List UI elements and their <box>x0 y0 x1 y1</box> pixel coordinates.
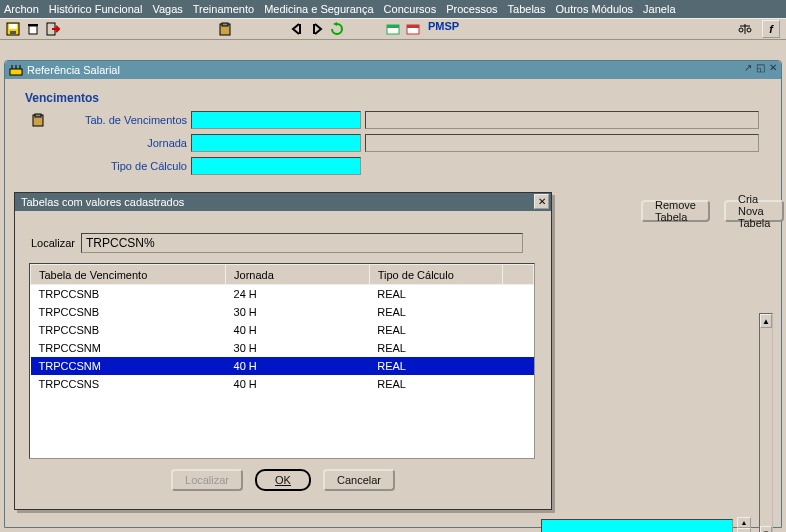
svg-rect-2 <box>10 31 16 34</box>
cell-tab: TRPCCSNM <box>31 339 226 357</box>
cell-jornada: 40 H <box>226 321 370 339</box>
remove-tabela-button[interactable]: Remove Tabela <box>641 200 710 222</box>
balance-icon[interactable] <box>736 20 754 38</box>
forward-icon[interactable] <box>308 20 326 38</box>
svg-rect-18 <box>10 69 22 75</box>
menu-processos[interactable]: Processos <box>446 3 497 15</box>
table-row[interactable]: TRPCCSNS40 HREAL <box>31 375 534 393</box>
col-jornada[interactable]: Jornada <box>226 265 370 285</box>
cell-jornada: 30 H <box>226 339 370 357</box>
modal-dialog: Tabelas com valores cadastrados ✕ Locali… <box>14 192 552 510</box>
back-icon[interactable] <box>288 20 306 38</box>
menu-tabelas[interactable]: Tabelas <box>508 3 546 15</box>
close-icon[interactable]: ✕ <box>534 194 549 209</box>
toolbar-label-pmsp: PMSP <box>428 20 459 38</box>
menu-concursos[interactable]: Concursos <box>384 3 437 15</box>
cancelar-button[interactable]: Cancelar <box>323 469 395 491</box>
toolbar: PMSP f <box>0 18 786 40</box>
ok-label: OK <box>275 474 291 486</box>
refresh-icon[interactable] <box>328 20 346 38</box>
svg-rect-3 <box>29 26 37 34</box>
save-icon[interactable] <box>4 20 22 38</box>
dialog-title-text: Tabelas com valores cadastrados <box>21 196 184 208</box>
cell-jornada: 24 H <box>226 285 370 303</box>
label-jornada: Jornada <box>19 137 191 149</box>
cell-tipo: REAL <box>369 285 502 303</box>
stepper-down-icon[interactable]: ▼ <box>737 528 751 532</box>
cell-tipo: REAL <box>369 375 502 393</box>
trash-icon[interactable] <box>24 20 42 38</box>
label-tipo: Tipo de Cálculo <box>19 160 191 172</box>
tab-vencimentos-input[interactable] <box>191 111 361 129</box>
svg-rect-13 <box>407 25 419 28</box>
find-label: Localizar <box>25 237 81 249</box>
app2-icon[interactable] <box>404 20 422 38</box>
svg-rect-1 <box>9 24 17 29</box>
cell-jornada: 40 H <box>226 375 370 393</box>
cell-jornada: 30 H <box>226 303 370 321</box>
find-input[interactable] <box>81 233 523 253</box>
menu-archon[interactable]: Archon <box>4 3 39 15</box>
cell-tipo: REAL <box>369 303 502 321</box>
scrollbar[interactable]: ▲ ▼ <box>759 313 773 532</box>
inner-window-title: Referência Salarial ↗ ◱ ✕ <box>5 61 781 79</box>
col-spacer <box>503 265 534 285</box>
dialog-title: Tabelas com valores cadastrados ✕ <box>15 193 551 211</box>
app1-icon[interactable] <box>384 20 402 38</box>
menu-outros[interactable]: Outros Módulos <box>555 3 633 15</box>
cell-tab: TRPCCSNB <box>31 321 226 339</box>
results-grid[interactable]: Tabela de Vencimento Jornada Tipo de Cál… <box>29 263 535 459</box>
stepper-up-icon[interactable]: ▲ <box>737 517 751 528</box>
menubar: Archon Histórico Funcional Vagas Treinam… <box>0 0 786 18</box>
label-tab: Tab. de Vencimentos <box>47 114 191 126</box>
svg-point-16 <box>739 28 743 32</box>
table-row[interactable]: TRPCCSNM30 HREAL <box>31 339 534 357</box>
localizar-button[interactable]: Localizar <box>171 469 243 491</box>
table-row[interactable]: TRPCCSNB24 HREAL <box>31 285 534 303</box>
exit-icon[interactable] <box>44 20 62 38</box>
stepper[interactable]: ▲▼ <box>737 517 751 532</box>
section-title: Vencimentos <box>25 91 767 105</box>
cell-tab: TRPCCSNM <box>31 357 226 375</box>
scroll-down-icon[interactable]: ▼ <box>760 526 772 532</box>
maximize-icon[interactable]: ◱ <box>756 62 765 73</box>
cell-tipo: REAL <box>369 321 502 339</box>
clipboard-icon[interactable] <box>216 20 234 38</box>
cell-tab: TRPCCSNB <box>31 285 226 303</box>
table-row[interactable]: TRPCCSNB40 HREAL <box>31 321 534 339</box>
function-button[interactable]: f <box>762 20 780 38</box>
menu-medicina[interactable]: Medicina e Segurança <box>264 3 373 15</box>
svg-point-17 <box>747 28 751 32</box>
menu-janela[interactable]: Janela <box>643 3 675 15</box>
col-tipo[interactable]: Tipo de Cálculo <box>369 265 502 285</box>
cria-nova-tabela-button[interactable]: Cria Nova Tabela <box>724 200 784 222</box>
svg-rect-11 <box>387 25 399 28</box>
scroll-up-icon[interactable]: ▲ <box>760 314 772 328</box>
ok-button[interactable]: OK <box>255 469 311 491</box>
svg-rect-7 <box>222 23 228 26</box>
cell-tipo: REAL <box>369 339 502 357</box>
jornada-input[interactable] <box>191 134 361 152</box>
menu-treinamento[interactable]: Treinamento <box>193 3 254 15</box>
tab-vencimentos-desc <box>365 111 759 129</box>
tipo-calculo-input[interactable] <box>191 157 361 175</box>
window-title-text: Referência Salarial <box>27 64 120 76</box>
table-row[interactable]: TRPCCSNM40 HREAL <box>31 357 534 375</box>
cell-tab: TRPCCSNB <box>31 303 226 321</box>
cell-tab: TRPCCSNS <box>31 375 226 393</box>
cell-tipo: REAL <box>369 357 502 375</box>
rollup-icon[interactable]: ↗ <box>744 62 752 73</box>
lower-cyan-field[interactable] <box>541 519 733 532</box>
document-icon[interactable] <box>29 111 47 129</box>
menu-historico[interactable]: Histórico Funcional <box>49 3 143 15</box>
table-row[interactable]: TRPCCSNB30 HREAL <box>31 303 534 321</box>
svg-rect-4 <box>28 24 38 26</box>
close-window-icon[interactable]: ✕ <box>769 62 777 73</box>
col-tab[interactable]: Tabela de Vencimento <box>31 265 226 285</box>
cell-jornada: 40 H <box>226 357 370 375</box>
svg-rect-23 <box>35 114 41 117</box>
jornada-desc <box>365 134 759 152</box>
menu-vagas[interactable]: Vagas <box>152 3 182 15</box>
